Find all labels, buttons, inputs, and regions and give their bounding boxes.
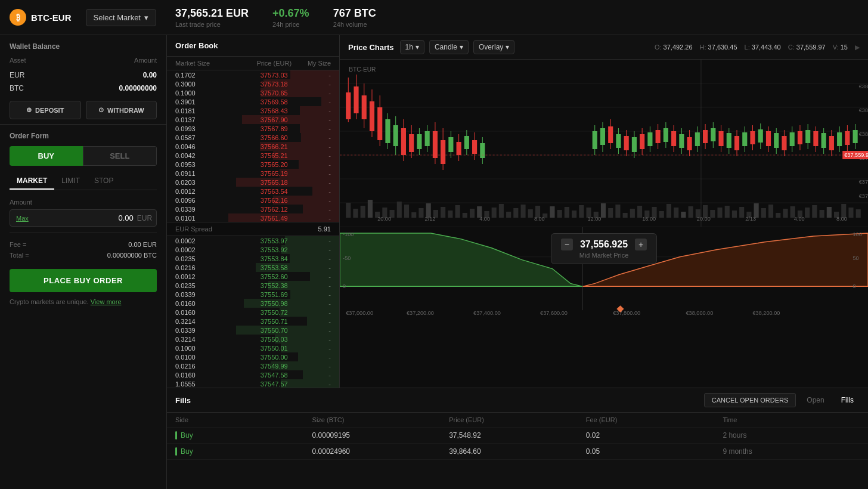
last-trade-price: 37,565.21 EUR xyxy=(175,7,249,20)
svg-rect-113 xyxy=(480,143,485,158)
ask-my-size: - xyxy=(307,215,331,222)
ask-price: 37565.20 xyxy=(241,161,308,168)
chart-forward-icon[interactable]: ▶ xyxy=(855,44,860,51)
svg-rect-79 xyxy=(346,92,351,119)
chevron-down-icon: ▾ xyxy=(144,13,148,22)
logo-area: ₿ BTC-EUR xyxy=(10,9,72,26)
svg-text:12:00: 12:00 xyxy=(588,216,602,222)
ask-my-size: - xyxy=(307,170,331,177)
bid-my-size: - xyxy=(307,255,331,262)
chart-type-dropdown[interactable]: Candle ▾ xyxy=(429,40,469,54)
svg-rect-173 xyxy=(822,133,826,148)
svg-rect-50 xyxy=(659,211,664,218)
table-row: 1.0555 37547.57 - xyxy=(167,379,339,388)
ask-size: 0.0012 xyxy=(175,188,241,195)
ask-size: 0.0096 xyxy=(175,197,241,204)
top-panels: Order Book Market Size Price (EUR) My Si… xyxy=(167,35,868,388)
svg-rect-153 xyxy=(742,132,747,146)
svg-text:0: 0 xyxy=(343,283,346,289)
bid-price: 37547.58 xyxy=(241,372,308,379)
overlay-dropdown[interactable]: Overlay ▾ xyxy=(473,40,514,54)
bid-size: 0.0002 xyxy=(175,237,241,244)
sell-tab[interactable]: SELL xyxy=(83,146,157,166)
svg-rect-157 xyxy=(758,129,763,143)
svg-rect-27 xyxy=(492,208,497,218)
ask-my-size: - xyxy=(307,206,331,213)
fee-value: 0.00 EUR xyxy=(128,241,157,248)
svg-text:€38,250: €38,250 xyxy=(859,107,868,113)
fills-header: Fills CANCEL OPEN ORDERS Open Fills xyxy=(167,388,868,413)
trading-pair: BTC-EUR xyxy=(31,13,72,23)
svg-rect-64 xyxy=(761,208,766,218)
ask-size: 0.0203 xyxy=(175,179,241,186)
timeframe-dropdown[interactable]: 1h ▾ xyxy=(400,40,424,54)
max-link[interactable]: Max xyxy=(16,215,29,222)
bid-price: 37553.58 xyxy=(241,264,308,271)
svg-rect-16 xyxy=(411,212,416,218)
svg-rect-8 xyxy=(353,209,358,218)
row2-fee: 0.05 xyxy=(586,447,723,456)
svg-rect-24 xyxy=(470,209,475,218)
svg-rect-52 xyxy=(674,208,678,218)
ask-price: 37569.58 xyxy=(241,98,308,106)
table-row: 0.0002 37553.92 - xyxy=(167,245,339,254)
price-section: 37,565.21 EUR Last trade price +0.67% 24… xyxy=(175,7,376,28)
svg-rect-165 xyxy=(790,132,795,146)
ask-my-size: - xyxy=(307,197,331,204)
bid-price: 37553.92 xyxy=(241,246,308,253)
table-row: 0.0203 37565.18 - xyxy=(167,178,339,187)
svg-rect-89 xyxy=(385,119,390,143)
svg-rect-111 xyxy=(472,140,477,154)
ask-price: 37566.60 xyxy=(241,134,308,141)
ask-my-size: - xyxy=(307,125,331,132)
view-more-link[interactable]: View more xyxy=(91,298,122,305)
svg-rect-20 xyxy=(441,207,445,218)
ask-size: 0.0587 xyxy=(175,134,241,141)
ask-price: 37573.18 xyxy=(241,81,308,88)
market-tab[interactable]: MARKET xyxy=(10,173,54,190)
amount-label: Amount xyxy=(10,199,157,206)
table-row: 0.3000 37573.18 - xyxy=(167,79,339,88)
buy-sell-tabs: BUY SELL xyxy=(10,146,157,166)
row1-time: 2 hours xyxy=(723,431,860,440)
bid-price: 37550.71 xyxy=(241,318,308,325)
svg-rect-99 xyxy=(425,131,430,146)
tab-fills[interactable]: Fills xyxy=(835,393,860,407)
svg-rect-57 xyxy=(710,210,715,218)
tab-open[interactable]: Open xyxy=(801,393,830,407)
row2-price: 39,864.60 xyxy=(449,447,586,456)
svg-rect-60 xyxy=(732,211,737,218)
bid-my-size: - xyxy=(307,318,331,325)
limit-tab[interactable]: LIMIT xyxy=(54,173,87,190)
place-order-button[interactable]: PLACE BUY ORDER xyxy=(10,269,157,292)
svg-rect-67 xyxy=(783,209,788,218)
svg-text:€38,500: €38,500 xyxy=(859,83,868,89)
svg-rect-171 xyxy=(813,131,818,146)
total-label: Total = xyxy=(10,252,29,259)
svg-rect-45 xyxy=(623,213,628,218)
depth-chart: €37,000.00 €37,200.00 €37,400.00 €37,600… xyxy=(340,227,868,319)
cancel-orders-button[interactable]: CANCEL OPEN ORDERS xyxy=(704,393,796,407)
withdraw-button[interactable]: ⊙ WITHDRAW xyxy=(86,101,157,119)
deposit-button[interactable]: ⊕ DEPOSIT xyxy=(10,101,81,119)
ask-price: 37561.49 xyxy=(241,215,308,222)
bid-size: 0.0160 xyxy=(175,372,241,379)
select-market-button[interactable]: Select Market ▾ xyxy=(86,9,156,26)
svg-text:BTC-EUR: BTC-EUR xyxy=(349,66,376,73)
svg-text:€37,400.00: €37,400.00 xyxy=(473,310,501,316)
buy-tab[interactable]: BUY xyxy=(10,146,83,166)
mid-price-plus-button[interactable]: + xyxy=(635,239,647,250)
table-row: 0.0100 37550.00 - xyxy=(167,352,339,361)
wallet-section: Wallet Balance Asset Amount EUR 0.00 BTC… xyxy=(0,35,166,124)
svg-rect-141 xyxy=(695,132,700,146)
stop-tab[interactable]: STOP xyxy=(87,173,120,190)
fee-row: Fee = 0.00 EUR xyxy=(10,239,157,250)
ob-my-size-col: My Size xyxy=(307,60,331,67)
ask-size: 0.0137 xyxy=(175,116,241,123)
bid-my-size: - xyxy=(307,327,331,334)
svg-text:8:00: 8:00 xyxy=(534,216,545,222)
svg-rect-65 xyxy=(768,205,773,218)
svg-rect-179 xyxy=(845,131,850,145)
amount-input[interactable] xyxy=(33,213,134,222)
mid-price-minus-button[interactable]: − xyxy=(561,239,573,250)
